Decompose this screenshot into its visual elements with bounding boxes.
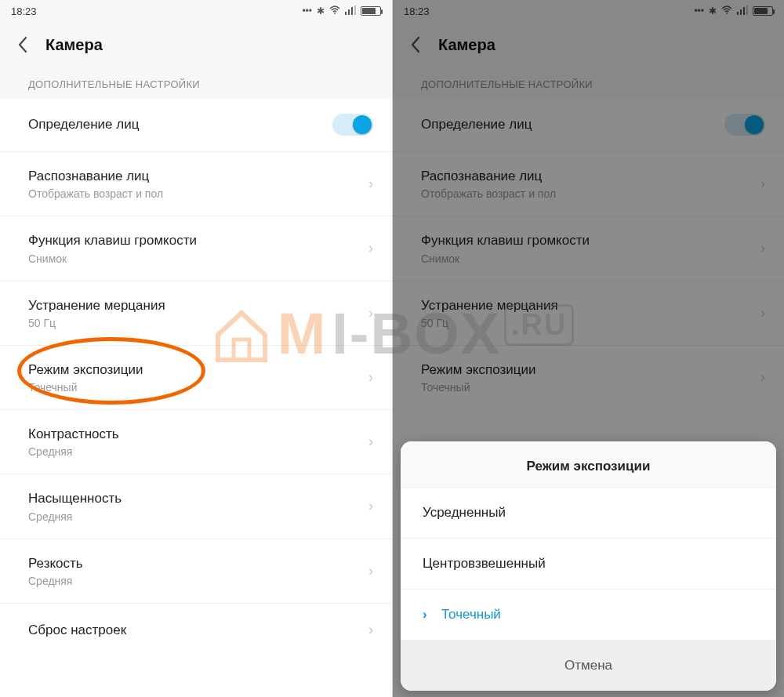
chevron-right-icon: › [368,305,373,321]
row-label: Контрастность [28,426,362,442]
row-label: Функция клавиш громкости [28,232,362,249]
exposure-dialog: Режим экспозиции Усредненный Центровзвеш… [401,441,776,691]
screen-header: Камера [0,22,392,67]
dialog-cancel[interactable]: Отмена [401,641,776,691]
row-saturation[interactable]: Насыщенность Средняя › [0,474,392,539]
row-sharpness[interactable]: Резкость Средняя › [0,539,392,604]
toggle-face-detection[interactable] [332,114,373,136]
dialog-title: Режим экспозиции [401,441,776,488]
row-label: Определение лиц [28,116,332,133]
row-exposure-mode[interactable]: Режим экспозиции Точечный › [0,346,392,410]
chevron-right-icon: › [368,176,373,192]
chevron-right-icon: › [368,369,373,386]
row-sub: Средняя [28,575,362,587]
svg-rect-3 [351,7,353,15]
row-label: Сброс настроек [28,622,362,638]
screen-left: 18:23 ••• ✱ Камера ДОПОЛНИТЕЛЬНЫЕ НАСТРО… [0,0,392,697]
row-sub: Средняя [28,445,362,458]
section-header: ДОПОЛНИТЕЛЬНЫЕ НАСТРОЙКИ [0,67,392,98]
row-sub: Снимок [28,252,362,265]
dialog-option-spot[interactable]: › Точечный [401,590,776,641]
status-bar: 18:23 ••• ✱ [0,0,392,22]
row-label: Распознавание лиц [28,168,362,184]
svg-rect-2 [348,9,350,15]
page-title: Камера [45,36,103,54]
row-face-recognition[interactable]: Распознавание лиц Отображать возраст и п… [0,152,392,216]
status-time: 18:23 [11,5,37,17]
row-sub: Средняя [28,510,362,523]
settings-list: Определение лиц Распознавание лиц Отобра… [0,98,392,697]
row-label: Насыщенность [28,490,362,506]
svg-rect-1 [345,12,347,15]
more-icon: ••• [302,5,312,16]
row-label: Режим экспозиции [28,361,362,378]
battery-icon [361,6,381,16]
row-volume-key[interactable]: Функция клавиш громкости Снимок › [0,216,392,281]
status-icons: ••• ✱ [302,5,381,17]
chevron-right-icon: › [368,563,373,579]
option-label: Центровзвешенный [423,556,546,572]
svg-point-0 [334,13,336,14]
back-button[interactable] [14,36,31,53]
row-sub: Отображать возраст и пол [28,187,362,200]
row-sub: 50 Гц [28,317,362,329]
bluetooth-icon: ✱ [317,5,325,16]
screen-right: 18:23 ••• ✱ Камера ДОПОЛНИТЕЛЬНЫЕ НАСТРО… [392,0,784,697]
svg-rect-4 [354,5,356,15]
row-reset[interactable]: Сброс настроек › [0,604,392,657]
option-label: Точечный [441,607,501,623]
row-label: Резкость [28,555,362,572]
wifi-icon [329,5,340,17]
option-label: Усредненный [423,505,506,521]
chevron-right-icon: › [368,498,373,514]
dialog-option-center[interactable]: Центровзвешенный [401,539,776,590]
row-sub: Точечный [28,381,362,394]
chevron-right-icon: › [368,434,373,450]
chevron-right-icon: › [368,240,373,256]
row-contrast[interactable]: Контрастность Средняя › [0,410,392,474]
row-antiflicker[interactable]: Устранение мерцания 50 Гц › [0,281,392,346]
dialog-option-average[interactable]: Усредненный [401,488,776,539]
selected-check-icon: › [423,607,437,623]
signal-icon [345,5,356,17]
chevron-right-icon: › [368,622,373,638]
row-face-detection[interactable]: Определение лиц [0,98,392,152]
row-label: Устранение мерцания [28,297,362,314]
